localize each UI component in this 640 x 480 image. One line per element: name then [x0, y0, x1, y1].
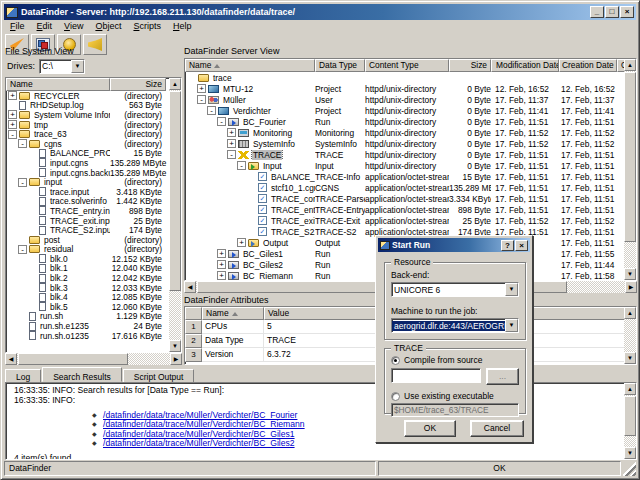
table-row[interactable]: - cgns (directory)	[6, 139, 181, 149]
table-row[interactable]: TRACE_exit.input 25 Byte	[6, 216, 181, 226]
menu-item[interactable]: Edit	[32, 21, 58, 33]
column-header-modification-date[interactable]: Modification Date	[491, 59, 559, 72]
expander-icon[interactable]: -	[18, 139, 27, 148]
compile-from-source-radio[interactable]: Compile from source	[391, 355, 482, 365]
table-row[interactable]: blk.4 12.085 KByte	[6, 292, 181, 302]
executable-path-input[interactable]: $HOME/trace_63/TRACE	[391, 403, 519, 417]
result-link[interactable]: /datafinder/data/trace/Müller/Verdichter…	[103, 438, 295, 448]
scroll-up-icon[interactable]: ▲	[624, 307, 636, 319]
table-row[interactable]: - trace_63 (directory)	[6, 129, 181, 139]
scroll-left-icon[interactable]: ◀	[5, 353, 17, 365]
row-number[interactable]: 2	[185, 334, 202, 348]
vertical-scrollbar[interactable]: ▲ ▼	[624, 383, 636, 459]
column-header-name[interactable]: Name	[202, 307, 264, 320]
machine-select[interactable]: aerogrid.dlr.de:443/AEROGRID ▼	[391, 318, 519, 333]
help-button[interactable]: ?	[501, 240, 514, 251]
table-row[interactable]: trace.input 3.418 KByte	[6, 187, 181, 197]
drive-select[interactable]: C:\ ▼	[39, 59, 85, 74]
table-row[interactable]: BALANCE_PROC 15 Byte	[6, 149, 181, 159]
table-row[interactable]: TRACE_S2.input 174 Byte	[6, 225, 181, 235]
resize-grip[interactable]	[623, 461, 636, 476]
scrollbar-thumb[interactable]	[624, 72, 636, 242]
table-row[interactable]: input.cgns.backup 135.289 MByte	[6, 168, 181, 178]
column-header-data-type[interactable]: Data Type	[315, 59, 365, 72]
column-header-name[interactable]: Name	[6, 78, 110, 91]
scroll-up-icon[interactable]: ▲	[169, 78, 181, 90]
table-row[interactable]: stcf10_1.cgns CGNS application/octet-str…	[185, 182, 636, 193]
table-row[interactable]: BALANCE_1PROC TRACE-Info application/oct…	[185, 171, 636, 182]
scroll-right-icon[interactable]: ▶	[625, 281, 637, 293]
expander-icon[interactable]: +	[197, 84, 206, 93]
table-row[interactable]: - Müller User httpd/unix-directory 0 Byt…	[185, 94, 636, 105]
minimize-button[interactable]: _	[590, 6, 604, 18]
row-number[interactable]: 1	[185, 320, 202, 334]
expander-icon[interactable]: +	[217, 260, 226, 269]
scroll-up-icon[interactable]: ▲	[624, 383, 636, 395]
table-row[interactable]: input.cgns 135.289 MByte	[6, 158, 181, 168]
column-header-size[interactable]: Size	[110, 78, 166, 91]
backend-select[interactable]: UNICORE 6 ▼	[391, 282, 519, 297]
expander-icon[interactable]: +	[8, 120, 17, 129]
chevron-down-icon[interactable]: ▼	[505, 319, 518, 332]
expander-icon[interactable]: -	[197, 95, 206, 104]
vertical-scrollbar[interactable]: ▲ ▼	[169, 78, 181, 352]
table-row[interactable]: + Monitoring Monitoring httpd/unix-direc…	[185, 127, 636, 138]
expander-icon[interactable]: -	[207, 106, 216, 115]
close-button[interactable]: ×	[620, 6, 634, 18]
row-number[interactable]: 3	[185, 348, 202, 362]
table-row[interactable]: blk.3 12.033 KByte	[6, 283, 181, 293]
table-row[interactable]: run.sh.o1235 17.616 KByte	[6, 331, 181, 341]
expander-icon[interactable]: -	[18, 178, 27, 187]
ok-button[interactable]: OK	[404, 420, 456, 437]
scrollbar-thumb[interactable]	[624, 396, 636, 436]
expander-icon[interactable]: +	[8, 91, 17, 100]
chevron-down-icon[interactable]: ▼	[505, 283, 518, 296]
table-row[interactable]: blk.0 12.152 KByte	[6, 254, 181, 264]
chevron-down-icon[interactable]: ▼	[71, 60, 84, 73]
table-row[interactable]: blk.2 12.042 KByte	[6, 273, 181, 283]
table-row[interactable]: blk.5 12.060 KByte	[6, 302, 181, 312]
table-row[interactable]: trace.solverinfo 1.442 KByte	[6, 197, 181, 207]
expander-icon[interactable]: +	[227, 139, 236, 148]
expander-icon[interactable]: -	[217, 117, 226, 126]
table-row[interactable]: - residual (directory)	[6, 245, 181, 255]
column-header-name[interactable]: Name	[185, 59, 315, 72]
table-row[interactable]: - BC_Fourier Run httpd/unix-directory 0 …	[185, 116, 636, 127]
title-bar[interactable]: DataFinder - Server: http://192.168.211.…	[4, 4, 636, 20]
table-row[interactable]: TRACE_entry.input TRACE-Entry applicatio…	[185, 204, 636, 215]
vertical-scrollbar[interactable]: ▲ ▼	[624, 59, 636, 280]
table-row[interactable]: - Verdichter Project httpd/unix-director…	[185, 105, 636, 116]
table-row[interactable]: RHDSetup.log 563 Byte	[6, 101, 181, 111]
use-existing-executable-radio[interactable]: Use existing executable	[391, 391, 494, 401]
cancel-button[interactable]: Cancel	[470, 420, 524, 437]
browse-button[interactable]: ...	[486, 368, 519, 385]
table-row[interactable]: post (directory)	[6, 235, 181, 245]
scroll-left-icon[interactable]: ◀	[184, 281, 196, 293]
scroll-down-icon[interactable]: ▼	[624, 352, 636, 364]
table-row[interactable]: + MTU-12 Project httpd/unix-directory 0 …	[185, 83, 636, 94]
scroll-down-icon[interactable]: ▼	[624, 268, 636, 280]
column-header-size[interactable]: Size	[449, 59, 491, 72]
expander-icon[interactable]: +	[217, 271, 226, 280]
table-row[interactable]: + RECYCLER (directory)	[6, 91, 181, 101]
scroll-down-icon[interactable]: ▼	[169, 340, 181, 352]
table-row[interactable]: - TRACE TRACE httpd/unix-directory 0 Byt…	[185, 149, 636, 160]
maximize-button[interactable]: □	[605, 6, 619, 18]
table-row[interactable]: TRACE_entry.input 898 Byte	[6, 206, 181, 216]
table-row[interactable]: - Input Input httpd/unix-directory 0 Byt…	[185, 160, 636, 171]
scroll-down-icon[interactable]: ▼	[624, 447, 636, 459]
scroll-up-icon[interactable]: ▲	[624, 59, 636, 71]
menu-item[interactable]: Help	[168, 21, 197, 33]
table-row[interactable]: + System Volume Information (directory)	[6, 110, 181, 120]
table-row[interactable]: + SystemInfo SystemInfo httpd/unix-direc…	[185, 138, 636, 149]
vertical-scrollbar[interactable]: ▲ ▼	[624, 307, 636, 364]
scrollbar-thumb[interactable]	[169, 91, 181, 291]
column-header-content-type[interactable]: Content Type	[365, 59, 449, 72]
table-row[interactable]: blk.1 12.040 KByte	[6, 264, 181, 274]
scrollbar-thumb[interactable]	[18, 353, 128, 365]
expander-icon[interactable]: +	[227, 128, 236, 137]
menu-item[interactable]: View	[59, 21, 88, 33]
table-row[interactable]: TRACE_exit.input TRACE-Exit application/…	[185, 215, 636, 226]
dialog-title-bar[interactable]: Start Run ? ×	[378, 238, 530, 252]
table-row[interactable]: run.sh.e1235 24 Byte	[6, 321, 181, 331]
